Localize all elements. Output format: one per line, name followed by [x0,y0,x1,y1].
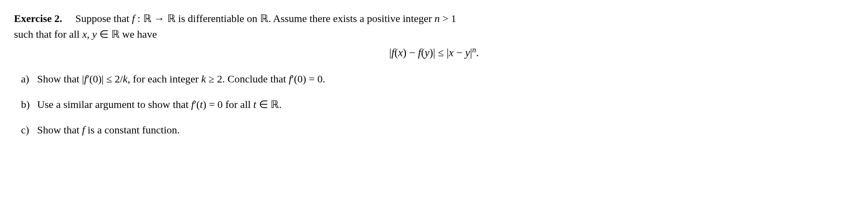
intro-text-1: Suppose that [75,13,132,24]
math-k-cond: k ≥ 2 [201,73,222,85]
part-a: a) Show that |f′(0)| ≤ 2/k, for each int… [14,71,854,87]
math-fprime-t: f′(t) = 0 [191,98,223,110]
part-label: c) [21,122,37,138]
intro-text-2: is differentiable on [176,13,260,24]
math-fprime-zero: f′(0) = 0 [289,73,323,85]
display-equation: |f(x) − f(y)| ≤ |x − y|n. [14,45,854,61]
part-c: c) Show that f is a constant function. [14,122,854,138]
exercise-label: Exercise 2. [14,13,62,24]
intro-text-5: we have [120,28,157,40]
intro-text-4: such that for all [14,28,82,40]
part-label: a) [21,71,37,87]
part-label: b) [21,96,37,112]
part-text: for all [223,98,253,110]
part-text: Show that [37,73,82,85]
display-period: . [476,46,479,59]
math-exponent: n [472,45,476,54]
math-reals-1: ℝ [260,13,268,24]
parts-list: a) Show that |f′(0)| ≤ 2/k, for each int… [14,71,854,138]
part-body: Show that f is a constant function. [37,122,180,138]
part-text: . [323,73,326,85]
part-body: Show that |f′(0)| ≤ 2/k, for each intege… [37,71,325,87]
part-text: is a constant function. [85,124,180,136]
part-text: . [279,98,282,110]
math-fprime-bound: |f′(0)| ≤ 2/k [82,73,127,85]
math-f: f [82,124,85,136]
part-text: Use a similar argument to show that [37,98,191,110]
math-xy: x, y ∈ ℝ [82,28,120,40]
part-body: Use a similar argument to show that f′(t… [37,96,282,112]
exercise-block: Exercise 2. Suppose that f : ℝ → ℝ is di… [14,10,854,138]
intro-text-3: . Assume there exists a positive integer [268,13,435,24]
math-n-cond: n > 1 [435,13,456,24]
part-text: . Conclude that [222,73,289,85]
math-fn-decl: f : ℝ → ℝ [132,13,176,24]
part-text: , for each integer [127,73,201,85]
part-b: b) Use a similar argument to show that f… [14,96,854,112]
exercise-intro: Exercise 2. Suppose that f : ℝ → ℝ is di… [14,10,854,42]
part-text: Show that [37,124,82,136]
math-t-in-r: t ∈ ℝ [253,98,279,110]
